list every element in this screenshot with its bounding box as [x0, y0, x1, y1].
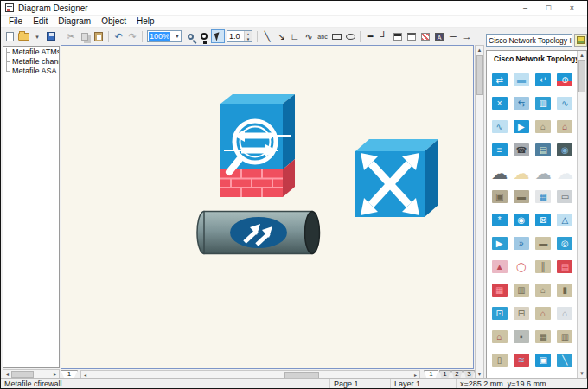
asa-firewall-icon[interactable]: ⊕ [557, 73, 572, 86]
canvas-vscrollbar[interactable]: ▲ ▼ [475, 45, 484, 379]
modem-icon[interactable]: ▭ [557, 190, 572, 203]
save-button[interactable] [44, 29, 58, 43]
arrow-tool-button[interactable]: ↘ [274, 29, 288, 43]
wave2-icon[interactable]: ∿ [492, 120, 508, 133]
spinner-arrows[interactable]: ▴▾ [244, 31, 252, 41]
corner-style-button[interactable]: ┘ [377, 29, 391, 43]
scroll-up-icon[interactable]: ▲ [578, 51, 586, 60]
factory-icon[interactable]: ⌂ [535, 120, 551, 133]
small-house-icon[interactable]: ⌂ [557, 307, 572, 320]
line-color-button[interactable] [405, 29, 419, 43]
scroll-thumb[interactable] [476, 55, 483, 95]
scroll-thumb[interactable] [11, 371, 34, 378]
cloud-white-icon[interactable]: ☁ [557, 167, 572, 180]
pipe-small-icon[interactable]: ◉ [557, 143, 572, 156]
tree-item[interactable]: Metafile channeli [3, 57, 59, 67]
channelized-pipe-shape[interactable] [193, 207, 324, 258]
prism-icon[interactable]: △ [557, 214, 572, 226]
connector-tool-button[interactable]: ∟ [288, 29, 302, 43]
camera-icon[interactable]: ◉ [514, 214, 529, 226]
missile-icon[interactable]: ▲ [492, 260, 508, 273]
oven-icon[interactable]: ⊟ [514, 307, 529, 320]
link-line-icon[interactable]: ╲ [557, 354, 572, 367]
minimize-button[interactable]: – [514, 1, 537, 15]
workgroup-switch-icon[interactable]: ⇄ [492, 73, 508, 86]
cabinet-icon[interactable]: ▥ [557, 330, 572, 343]
cloud-dark-icon[interactable]: ☁ [492, 167, 508, 180]
government-building-icon[interactable]: ⌂ [535, 284, 551, 297]
redirect-icon[interactable]: » [514, 237, 529, 250]
palette-dropdown[interactable]: Cisco Network Topology I ▼ [486, 34, 572, 47]
tree-item[interactable]: Metafile ASA [3, 67, 59, 76]
phone-icon[interactable]: ☎ [514, 143, 529, 156]
line-width-style-button[interactable]: ━ [363, 29, 377, 43]
line-tool-button[interactable]: ╲ [260, 29, 274, 43]
chassis-icon[interactable]: ▬ [535, 237, 551, 250]
dash-style-button[interactable]: ─ [446, 29, 460, 43]
cloud-tan-icon[interactable]: ☁ [514, 167, 529, 180]
brick-row-icon[interactable]: ▦ [492, 284, 508, 297]
open-dropdown-button[interactable]: ▾ [30, 29, 44, 43]
terminal-server-icon[interactable]: ↵ [535, 73, 551, 86]
rect-tool-button[interactable] [329, 29, 343, 43]
media-server-icon[interactable]: ▤ [535, 143, 551, 156]
tree-item[interactable]: Metafile ATMswit [3, 48, 59, 57]
cut-button[interactable]: ✂ [64, 29, 78, 43]
line-width-spinner[interactable]: 1.0▴▾ [227, 30, 252, 42]
server-tower-icon[interactable]: ▯ [492, 354, 508, 367]
scroll-down-icon[interactable]: ▼ [578, 369, 586, 378]
router-icon[interactable]: ⇆ [514, 97, 529, 110]
scroll-thumb[interactable] [578, 60, 585, 92]
web-farm-icon[interactable]: ≋ [514, 354, 529, 367]
relay-tower-icon[interactable]: ║ [535, 260, 551, 273]
house-red-roof-icon[interactable]: ⌂ [535, 307, 551, 320]
cloud-gray-icon[interactable]: ☁ [535, 167, 551, 180]
close-button[interactable]: × [560, 1, 584, 15]
safe-icon[interactable]: ▣ [492, 190, 508, 203]
chevron-down-icon[interactable]: ▼ [175, 34, 180, 39]
home-office-icon[interactable]: ⌂ [492, 330, 508, 343]
console-icon[interactable]: ▬ [514, 190, 529, 203]
pan-tool-button[interactable] [197, 29, 211, 43]
atm-switch-icon[interactable]: × [492, 97, 508, 110]
open-button[interactable] [16, 29, 30, 43]
menu-file[interactable]: File [3, 16, 28, 26]
wave-icon[interactable]: ∿ [557, 97, 572, 110]
workstation-icon[interactable]: ▦ [535, 190, 551, 203]
route-arrow-icon[interactable]: ▶ [492, 237, 508, 250]
firewall-brick-icon[interactable]: ▤ [557, 260, 572, 273]
campus-icon[interactable]: ▦ [535, 330, 551, 343]
menu-edit[interactable]: Edit [28, 16, 53, 26]
text-tool-button[interactable]: abc [316, 29, 329, 43]
arrow-style-button[interactable]: → [460, 29, 474, 43]
hatch-style-button[interactable] [419, 29, 432, 43]
zoom-combo[interactable]: 100%▼ [147, 30, 182, 42]
copy-button[interactable] [78, 29, 92, 43]
atm-switch-shape[interactable] [352, 136, 442, 219]
bridge-icon[interactable]: ▥ [535, 97, 551, 110]
office-building-icon[interactable]: ▥ [514, 284, 529, 297]
multilayer-switch-icon[interactable]: * [492, 214, 508, 226]
pointer-tool-button[interactable] [211, 29, 225, 43]
menu-object[interactable]: Object [96, 16, 131, 26]
curve-tool-button[interactable]: ∿ [302, 29, 316, 43]
new-button[interactable] [3, 29, 16, 43]
font-color-button[interactable] [432, 29, 446, 43]
tv-icon[interactable]: ⊡ [492, 307, 508, 320]
palette-library-button[interactable] [574, 34, 587, 47]
panel-icon[interactable]: ▮ [557, 284, 572, 297]
branch-house-icon[interactable]: ⌂ [557, 120, 572, 133]
asa-firewall-shape[interactable] [217, 92, 297, 197]
secure-camera-icon[interactable]: ▣ [535, 354, 551, 367]
scroll-up-icon[interactable]: ▲ [476, 46, 483, 54]
menu-diagram[interactable]: Diagram [53, 16, 96, 26]
platform-icon[interactable]: ▬ [514, 73, 529, 86]
fill-color-button[interactable] [391, 29, 405, 43]
undo-button[interactable]: ↶ [112, 29, 125, 43]
cross-connect-icon[interactable]: ⊠ [535, 214, 551, 226]
badge-icon[interactable]: ◯ [514, 260, 529, 273]
content-router-icon[interactable]: ▶ [514, 120, 529, 133]
client-box-icon[interactable]: ▪ [514, 330, 529, 343]
atm-ring-icon[interactable]: ◎ [557, 237, 572, 250]
redo-button[interactable]: ↷ [125, 29, 139, 43]
